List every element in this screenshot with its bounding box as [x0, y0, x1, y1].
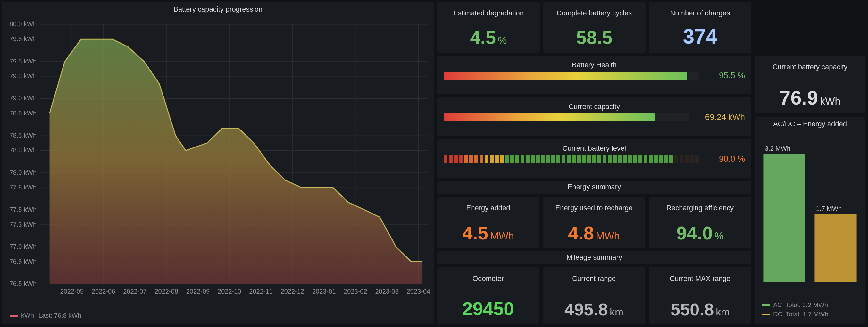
svg-text:2022-11: 2022-11	[249, 288, 273, 295]
section-title: Energy summary	[437, 181, 751, 192]
stat-title: Energy added	[466, 201, 510, 212]
svg-text:2022-09: 2022-09	[186, 288, 210, 295]
svg-text:79.0 kWh: 79.0 kWh	[10, 95, 36, 101]
svg-text:78.8 kWh: 78.8 kWh	[10, 110, 36, 117]
gauge-track	[444, 114, 689, 121]
panel-recharge-efficiency[interactable]: Recharging efficiency 94.0%	[649, 197, 751, 248]
legend-series-name: kWh	[21, 312, 34, 319]
gauge-track	[444, 72, 699, 80]
svg-text:77.0 kWh: 77.0 kWh	[10, 243, 36, 250]
battery-progression-chart: 80.0 kWh79.8 kWh79.5 kWh79.3 kWh79.0 kWh…	[2, 18, 434, 303]
panel-energy-added[interactable]: Energy added 4.5MWh	[437, 197, 539, 248]
stat-title: Recharging efficiency	[666, 201, 734, 212]
panel-acdc-energy[interactable]: AC/DC – Energy added 3.2 MWh1.7 MWh AC T…	[754, 117, 865, 324]
svg-text:78.0 kWh: 78.0 kWh	[10, 169, 36, 176]
svg-text:77.5 kWh: 77.5 kWh	[10, 206, 36, 213]
stat-value: 495.8km	[564, 301, 623, 318]
svg-rect-54	[764, 154, 805, 282]
acdc-bar-chart: 3.2 MWh1.7 MWh	[754, 135, 865, 289]
panel-current-capacity-gauge[interactable]: Current capacity 69.24 kWh	[437, 97, 751, 136]
legend-series-stat: Last: 76.8 kWh	[38, 312, 81, 319]
stat-title: Current battery capacity	[773, 60, 847, 71]
panel-mileage-summary-header: Mileage summary	[437, 251, 751, 264]
svg-text:78.3 kWh: 78.3 kWh	[10, 147, 36, 154]
panel-title: Battery capacity progression	[2, 2, 434, 13]
svg-rect-56	[815, 214, 857, 283]
legend-swatch	[10, 315, 18, 317]
legend-swatch-ac	[762, 304, 770, 306]
panel-current-capacity[interactable]: Current battery capacity 76.9kWh	[754, 56, 865, 114]
panel-title: AC/DC – Energy added	[754, 117, 865, 128]
gauge-title: Current capacity	[444, 100, 745, 112]
stat-value: 58.5	[576, 28, 613, 47]
svg-text:2022-12: 2022-12	[281, 288, 304, 295]
stat-value: 4.5%	[470, 28, 507, 47]
svg-text:1.7 MWh: 1.7 MWh	[816, 205, 842, 212]
panel-odometer[interactable]: Odometer 29450	[437, 267, 539, 324]
gauge-fill	[444, 72, 687, 80]
svg-text:2022-07: 2022-07	[123, 288, 147, 295]
svg-text:2022-06: 2022-06	[92, 288, 115, 295]
svg-text:2022-05: 2022-05	[60, 288, 84, 295]
svg-text:76.8 kWh: 76.8 kWh	[10, 258, 36, 265]
gauge-title: Battery Health	[444, 58, 745, 70]
stat-title: Complete battery cycles	[557, 6, 632, 17]
stat-value: 29450	[462, 299, 514, 318]
svg-text:2023-03: 2023-03	[375, 288, 398, 295]
svg-text:77.8 kWh: 77.8 kWh	[10, 184, 36, 191]
stat-value: 550.8km	[671, 301, 730, 318]
dashboard: Battery capacity progression 80.0 kWh79.…	[0, 0, 868, 327]
panel-degradation[interactable]: Estimated degradation 4.5%	[437, 2, 540, 53]
gauge-fill	[444, 114, 655, 121]
stat-title: Estimated degradation	[453, 6, 524, 17]
svg-text:79.8 kWh: 79.8 kWh	[10, 35, 36, 42]
svg-text:80.0 kWh: 80.0 kWh	[10, 21, 36, 28]
stat-title: Energy used to recharge	[556, 201, 633, 212]
acdc-legend: AC Total: 3.2 MWh DC Total: 1.7 MWh	[762, 301, 862, 318]
stat-title: Current range	[572, 271, 616, 283]
svg-text:79.3 kWh: 79.3 kWh	[10, 72, 36, 80]
svg-text:78.5 kWh: 78.5 kWh	[10, 132, 36, 139]
svg-text:2023-01: 2023-01	[312, 288, 336, 295]
stat-title: Current MAX range	[670, 271, 731, 283]
svg-text:2023-04: 2023-04	[407, 288, 430, 295]
stat-value: 4.8MWh	[568, 224, 620, 242]
svg-text:2022-10: 2022-10	[218, 288, 241, 295]
panel-cycles[interactable]: Complete battery cycles 58.5	[543, 2, 646, 53]
stat-title: Number of charges	[670, 6, 730, 17]
stat-title: Odometer	[472, 271, 504, 283]
gauge-value: 69.24 kWh	[697, 112, 745, 122]
legend-swatch-dc	[762, 314, 770, 316]
panel-battery-progression[interactable]: Battery capacity progression 80.0 kWh79.…	[2, 2, 434, 324]
panel-battery-level[interactable]: Current battery level 90.0 %	[437, 139, 751, 178]
svg-text:3.2 MWh: 3.2 MWh	[765, 145, 790, 152]
svg-text:2023-02: 2023-02	[344, 288, 367, 295]
panel-energy-summary-header: Energy summary	[437, 181, 751, 194]
chart-legend: kWh Last: 76.8 kWh	[10, 312, 81, 319]
stat-value: 4.5MWh	[462, 224, 514, 242]
panel-energy-used[interactable]: Energy used to recharge 4.8MWh	[543, 197, 645, 248]
gauge-segments	[444, 155, 699, 163]
gauge-value: 95.5 %	[707, 70, 745, 81]
svg-text:77.3 kWh: 77.3 kWh	[10, 221, 36, 228]
stat-value: 374	[683, 26, 717, 47]
stat-value: 94.0%	[676, 224, 723, 242]
gauge-title: Current battery level	[444, 142, 745, 154]
panel-max-range[interactable]: Current MAX range 550.8km	[649, 267, 751, 324]
gauge-value: 90.0 %	[707, 154, 745, 164]
panel-battery-health[interactable]: Battery Health 95.5 %	[437, 56, 751, 94]
panel-current-range[interactable]: Current range 495.8km	[543, 267, 645, 324]
svg-text:76.5 kWh: 76.5 kWh	[10, 280, 36, 287]
section-title: Mileage summary	[437, 251, 751, 263]
panel-charges[interactable]: Number of charges 374	[649, 2, 751, 53]
svg-text:2022-08: 2022-08	[155, 288, 178, 295]
svg-text:79.5 kWh: 79.5 kWh	[10, 58, 36, 65]
stat-value: 76.9kWh	[779, 88, 841, 108]
